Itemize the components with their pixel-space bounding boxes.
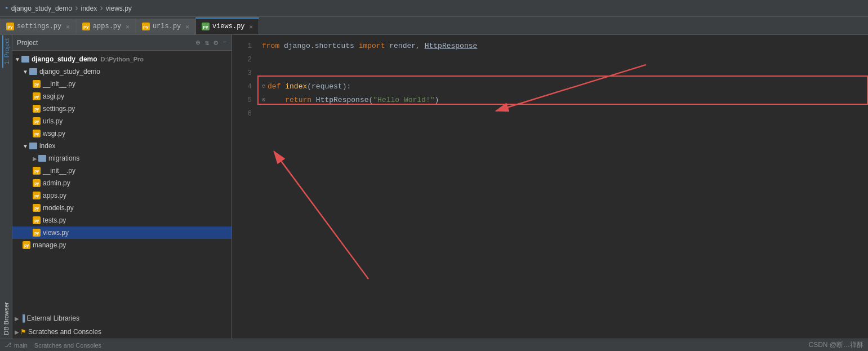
- tab-icon-settings: py: [6, 23, 14, 30]
- file-name-tests: tests.py: [43, 216, 66, 224]
- code-editor[interactable]: 1 2 3 4 5 6: [232, 35, 868, 339]
- line-num-5: 5: [232, 94, 252, 107]
- file-name-views: views.py: [43, 229, 69, 237]
- migrations-arrow: ▶: [33, 155, 37, 162]
- root-name: django_study_demo: [32, 55, 97, 63]
- tree-file-tests[interactable]: py tests.py: [12, 214, 232, 226]
- tree-root[interactable]: ▼ django_study_demo D:\Python_Pro: [12, 53, 232, 65]
- file-name-wsgi: wsgi.py: [43, 130, 65, 137]
- panel-header: Project ⊕ ⇅ ⚙ −: [12, 35, 232, 51]
- tree-file-asgi[interactable]: py asgi.py: [12, 90, 232, 103]
- tree-folder-index[interactable]: ▼ index: [12, 140, 232, 152]
- tab-bar: py settings.py ✕ py apps.py ✕ py urls.py…: [0, 17, 868, 35]
- sidebar-label-db-browser[interactable]: DB Browser: [3, 299, 10, 339]
- line-num-3: 3: [232, 66, 252, 80]
- py-icon-settings: py: [33, 105, 41, 113]
- tree-file-settings[interactable]: py settings.py: [12, 103, 232, 115]
- tab-close-apps[interactable]: ✕: [126, 23, 130, 30]
- tree-file-urls[interactable]: py urls.py: [12, 115, 232, 127]
- tab-icon-views: py: [202, 23, 210, 30]
- py-icon-asgi: py: [33, 92, 41, 100]
- project-panel: Project ⊕ ⇅ ⚙ − ▼ django_study_demo D:\P…: [12, 35, 232, 339]
- svg-line-2: [274, 152, 369, 279]
- title-project-name: django_study_demo: [11, 5, 72, 12]
- tab-close-urls[interactable]: ✕: [185, 23, 189, 30]
- tree-file-init1[interactable]: py __init__.py: [12, 78, 232, 90]
- tree-folder-django[interactable]: ▼ django_study_demo: [12, 65, 232, 78]
- main-area: 1: Project DB Browser Project ⊕ ⇅ ⚙ − ▼ …: [0, 35, 868, 339]
- title-bar: ▪ django_study_demo › index › views.py: [0, 0, 868, 17]
- code-lines[interactable]: from django.shortcuts import render, Htt…: [257, 35, 868, 339]
- migrations-folder-name: migrations: [48, 154, 79, 162]
- py-icon-wsgi: py: [33, 130, 41, 137]
- tree-file-init2[interactable]: py __init__.py: [12, 165, 232, 177]
- file-name-init2: __init__.py: [43, 167, 75, 175]
- tree-file-views[interactable]: py views.py: [12, 226, 232, 239]
- bar-chart-icon: ▐: [20, 314, 25, 322]
- sidebar-label-project[interactable]: 1: Project: [2, 35, 10, 68]
- django-folder-arrow: ▼: [23, 69, 28, 75]
- panel-gear-icon[interactable]: ⚙: [213, 38, 218, 47]
- panel-collapse-icon[interactable]: ⇅: [205, 38, 210, 47]
- index-folder-name: index: [39, 142, 56, 150]
- status-bar-right: CSDN @断…禅酥: [808, 340, 863, 350]
- tab-icon-urls: py: [142, 23, 150, 30]
- tab-close-views[interactable]: ✕: [250, 23, 253, 30]
- code-line-4: ⊖def index(request):: [262, 80, 868, 94]
- scratches-status-label: Scratches and Consoles: [34, 342, 101, 349]
- line-num-2: 2: [232, 53, 252, 66]
- file-name-settings: settings.py: [43, 105, 75, 113]
- title-project-icon: ▪: [5, 4, 9, 12]
- status-bar: ⎇ main Scratches and Consoles CSDN @断…禅酥: [0, 339, 868, 351]
- tree-folder-migrations[interactable]: ▶ migrations: [12, 152, 232, 165]
- index-folder-arrow: ▼: [23, 143, 28, 149]
- tree-scratches[interactable]: ▶ ⚑ Scratches and Consoles: [12, 325, 232, 339]
- title-breadcrumb-index: index: [81, 5, 97, 12]
- panel-title: Project: [17, 39, 192, 47]
- migrations-folder-icon: [38, 155, 46, 162]
- tree-file-apps[interactable]: py apps.py: [12, 189, 232, 202]
- code-line-2: [262, 53, 868, 66]
- line-numbers: 1 2 3 4 5 6: [232, 35, 257, 339]
- root-path: D:\Python_Pro: [101, 56, 144, 63]
- file-name-apps: apps.py: [43, 192, 66, 199]
- line-num-4: 4: [232, 80, 252, 94]
- tab-views[interactable]: py views.py ✕: [195, 17, 259, 34]
- py-icon-admin: py: [33, 179, 41, 187]
- django-folder-name: django_study_demo: [39, 68, 100, 75]
- panel-settings-icon[interactable]: ⊕: [196, 38, 201, 47]
- title-breadcrumb-views: views.py: [106, 5, 132, 12]
- code-line-3: [262, 66, 868, 80]
- code-content: 1 2 3 4 5 6: [232, 35, 868, 339]
- root-folder-icon: [21, 56, 29, 63]
- tree-file-models[interactable]: py models.py: [12, 202, 232, 214]
- file-name-init1: __init__.py: [43, 80, 75, 88]
- tab-settings[interactable]: py settings.py ✕: [0, 19, 76, 34]
- code-line-5: ⊙ return HttpResponse("Hello World!"): [262, 94, 868, 107]
- root-arrow: ▼: [15, 56, 20, 63]
- tree-file-manage[interactable]: py manage.py: [12, 239, 232, 251]
- py-icon-views: py: [33, 229, 41, 237]
- tree-file-wsgi[interactable]: py wsgi.py: [12, 127, 232, 140]
- status-scratches[interactable]: Scratches and Consoles: [34, 342, 101, 349]
- tab-icon-apps: py: [82, 23, 90, 30]
- py-icon-apps: py: [33, 192, 41, 199]
- tree-file-admin[interactable]: py admin.py: [12, 177, 232, 189]
- sidebar-labels: 1: Project DB Browser: [0, 35, 12, 339]
- file-name-asgi: asgi.py: [43, 92, 64, 100]
- file-name-urls: urls.py: [43, 117, 63, 125]
- tab-close-settings[interactable]: ✕: [66, 23, 70, 30]
- py-icon-init2: py: [33, 167, 41, 175]
- panel-minus-icon[interactable]: −: [222, 38, 227, 47]
- tab-urls[interactable]: py urls.py ✕: [136, 19, 195, 34]
- file-tree: ▼ django_study_demo D:\Python_Pro ▼ djan…: [12, 51, 232, 312]
- tab-apps[interactable]: py apps.py ✕: [76, 19, 136, 34]
- py-icon-init1: py: [33, 80, 41, 88]
- py-icon-manage: py: [23, 241, 30, 249]
- status-git[interactable]: ⎇ main: [5, 341, 28, 349]
- tree-external-libs[interactable]: ▶ ▐ External Libraries: [12, 312, 232, 325]
- code-line-6: [262, 107, 868, 121]
- scratches-arrow: ▶: [15, 329, 19, 335]
- ext-libs-arrow: ▶: [15, 316, 19, 322]
- git-icon: ⎇: [5, 341, 12, 349]
